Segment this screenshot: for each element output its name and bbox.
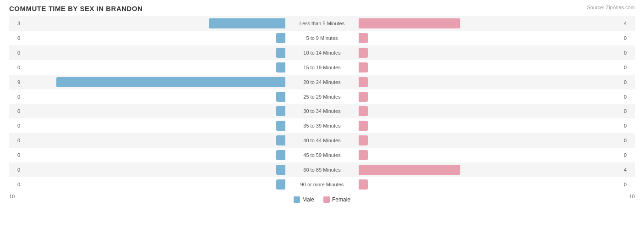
male-bar-area	[23, 89, 285, 104]
female-value: 0	[621, 182, 635, 187]
male-value: 0	[9, 94, 23, 100]
row-label: 35 to 39 Minutes	[285, 123, 359, 128]
male-bar	[276, 165, 285, 175]
chart-title: COMMUTE TIME BY SEX IN BRANDON	[9, 5, 635, 12]
female-value: 4	[621, 167, 635, 173]
male-bar-area	[23, 75, 285, 89]
male-bar	[276, 62, 285, 73]
male-bar	[276, 106, 285, 116]
chart-container: COMMUTE TIME BY SEX IN BRANDON Source: Z…	[0, 0, 644, 240]
female-bar	[359, 18, 460, 28]
female-bar	[359, 33, 368, 43]
female-bar-area	[359, 118, 621, 133]
male-value: 0	[9, 167, 23, 173]
female-bar-area	[359, 45, 621, 60]
male-bar-area	[23, 118, 285, 133]
female-bar-area	[359, 133, 621, 148]
female-value: 0	[621, 152, 635, 158]
female-bar	[359, 77, 368, 87]
male-value: 3	[9, 21, 23, 26]
table-row: 0 10 to 14 Minutes 0	[9, 45, 635, 60]
row-label: 30 to 34 Minutes	[285, 108, 359, 114]
male-value: 0	[9, 138, 23, 143]
male-bar-area	[23, 177, 285, 192]
row-label: 25 to 29 Minutes	[285, 94, 359, 100]
male-bar-area	[23, 104, 285, 119]
female-bar	[359, 121, 368, 131]
legend-male-box	[294, 196, 300, 203]
female-bar-area	[359, 89, 621, 104]
table-row: 0 30 to 34 Minutes 0	[9, 104, 635, 119]
female-bar	[359, 135, 368, 145]
female-bar	[359, 179, 368, 190]
female-bar-area	[359, 75, 621, 89]
male-bar-area	[23, 45, 285, 60]
female-bar	[359, 106, 368, 116]
male-bar	[276, 179, 285, 190]
female-value: 0	[621, 35, 635, 41]
male-value: 9	[9, 79, 23, 85]
female-bar-area	[359, 177, 621, 192]
female-bar	[359, 92, 368, 102]
table-row: 0 90 or more Minutes 0	[9, 177, 635, 192]
female-value: 0	[621, 138, 635, 143]
row-label: 90 or more Minutes	[285, 182, 359, 187]
female-bar-area	[359, 60, 621, 75]
male-value: 0	[9, 65, 23, 70]
table-row: 9 20 to 24 Minutes 0	[9, 75, 635, 89]
male-bar	[276, 121, 285, 131]
table-row: 0 40 to 44 Minutes 0	[9, 133, 635, 148]
table-row: 0 45 to 59 Minutes 0	[9, 148, 635, 162]
male-value: 0	[9, 35, 23, 41]
female-bar-area	[359, 16, 621, 31]
rows-container: 3 Less than 5 Minutes 4 0 5 to 9 Minutes…	[9, 16, 635, 192]
male-bar	[209, 18, 285, 28]
legend-male-label: Male	[302, 196, 314, 203]
axis-left: 10	[9, 194, 15, 203]
male-value: 0	[9, 182, 23, 187]
female-value: 0	[621, 94, 635, 100]
female-bar	[359, 165, 460, 175]
table-row: 3 Less than 5 Minutes 4	[9, 16, 635, 31]
legend-female-box	[323, 196, 330, 203]
table-row: 0 25 to 29 Minutes 0	[9, 89, 635, 104]
table-row: 0 60 to 89 Minutes 4	[9, 162, 635, 177]
female-bar-area	[359, 104, 621, 119]
male-bar	[276, 150, 285, 160]
legend: Male Female	[294, 196, 350, 203]
male-bar-area	[23, 60, 285, 75]
row-label: 5 to 9 Minutes	[285, 35, 359, 41]
female-bar	[359, 48, 368, 58]
male-bar	[276, 135, 285, 145]
table-row: 0 35 to 39 Minutes 0	[9, 118, 635, 133]
female-value: 4	[621, 21, 635, 26]
row-label: 10 to 14 Minutes	[285, 50, 359, 56]
female-value: 0	[621, 50, 635, 56]
row-label: 40 to 44 Minutes	[285, 138, 359, 143]
table-row: 0 5 to 9 Minutes 0	[9, 31, 635, 45]
legend-female: Female	[323, 196, 350, 203]
female-bar	[359, 62, 368, 73]
row-label: Less than 5 Minutes	[285, 21, 359, 26]
male-value: 0	[9, 123, 23, 128]
row-label: 15 to 19 Minutes	[285, 65, 359, 70]
table-row: 0 15 to 19 Minutes 0	[9, 60, 635, 75]
female-bar-area	[359, 148, 621, 162]
legend-female-label: Female	[332, 196, 350, 203]
female-value: 0	[621, 123, 635, 128]
male-bar	[276, 48, 285, 58]
chart-area: 3 Less than 5 Minutes 4 0 5 to 9 Minutes…	[9, 16, 635, 206]
male-value: 0	[9, 152, 23, 158]
row-label: 60 to 89 Minutes	[285, 167, 359, 173]
female-bar-area	[359, 162, 621, 177]
male-bar-area	[23, 148, 285, 162]
male-bar	[56, 77, 285, 87]
female-bar-area	[359, 31, 621, 45]
male-value: 0	[9, 108, 23, 114]
male-value: 0	[9, 50, 23, 56]
female-value: 0	[621, 79, 635, 85]
male-bar-area	[23, 133, 285, 148]
source-text: Source: ZipAtlas.com	[587, 5, 635, 10]
female-value: 0	[621, 108, 635, 114]
male-bar	[276, 33, 285, 43]
